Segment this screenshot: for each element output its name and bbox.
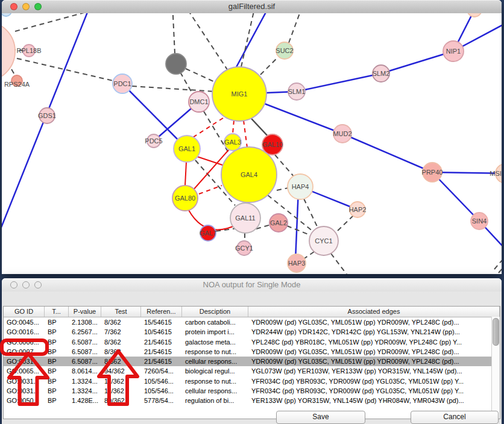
column-header-p-value[interactable]: P-value bbox=[69, 307, 101, 317]
cell-type: BP bbox=[45, 317, 69, 327]
cell-edges: YDR244W (pp) YDR142C, YDR142C (pp) YGL15… bbox=[248, 327, 500, 337]
cell-description: galactose meta... bbox=[182, 337, 248, 347]
cell-test: 80/362 bbox=[101, 396, 141, 405]
cell-p_value: 1.3324... bbox=[69, 376, 101, 386]
graph-node-label: GCY1 bbox=[235, 245, 253, 252]
cell-description: response to nut... bbox=[182, 376, 248, 386]
cell-description: protein import i... bbox=[182, 327, 248, 337]
graph-node-label: PDC1 bbox=[113, 80, 131, 87]
graph-edge-dashed bbox=[172, 13, 175, 54]
graph-edge-dashed bbox=[499, 263, 502, 273]
graph-edge-red_dashed bbox=[193, 118, 223, 137]
column-header-desciption[interactable]: Desciption bbox=[182, 307, 248, 317]
cell-type: BP bbox=[45, 357, 69, 366]
cell-test: 8/362 bbox=[101, 317, 141, 327]
cancel-button[interactable]: Cancel bbox=[411, 411, 499, 424]
table-body: GO:0045...BP2.1308...8/36215/54615carbon… bbox=[4, 317, 500, 406]
table-row[interactable]: GO:0050...BP1.428E...80/3625778/54...reg… bbox=[4, 396, 500, 405]
graph-node-label: RPS24A bbox=[4, 81, 30, 88]
graph-node-node-top-right-peach[interactable] bbox=[467, 13, 482, 17]
noa-window-titlebar[interactable]: NOA output for Single Mode bbox=[2, 278, 502, 292]
cell-p_value: 1.428E... bbox=[69, 396, 101, 405]
graph-edge-blue bbox=[342, 134, 432, 172]
column-header-associated-edges[interactable]: Associated edges bbox=[248, 307, 500, 317]
cell-reference: 105/546... bbox=[141, 386, 182, 396]
cell-test: 8/362 bbox=[101, 357, 141, 366]
graph-edge-dashed bbox=[260, 57, 278, 75]
cell-go_id: GO:0007... bbox=[4, 347, 45, 357]
column-header-referen-[interactable]: Referen... bbox=[141, 307, 182, 317]
cell-edges: YDR009W (pd) YGL035C, YML051W (pp) YDR00… bbox=[248, 317, 500, 327]
cell-description: cellular respons... bbox=[182, 386, 248, 396]
graph-node-label: DMC1 bbox=[189, 98, 208, 105]
cell-test: 8/362 bbox=[101, 347, 141, 357]
graph-edge-dashed bbox=[275, 155, 295, 178]
table-row[interactable]: GO:0006...BP6.5087...8/36221/54615galact… bbox=[4, 337, 500, 347]
graph-edge-blue bbox=[235, 13, 272, 69]
graph-edge-dashed bbox=[336, 216, 353, 232]
cell-go_id: GO:0065... bbox=[4, 366, 45, 376]
graph-window-title: galFiltered.sif bbox=[2, 0, 502, 13]
graph-edge-dashed bbox=[241, 13, 256, 67]
graph-node-label: GDS1 bbox=[38, 112, 56, 119]
graph-edge-dashed bbox=[180, 72, 193, 95]
cell-reference: 5778/54... bbox=[141, 396, 182, 405]
noa-window-body: GO IDT...P-valueTestReferen...Desciption… bbox=[2, 292, 502, 424]
cell-description: cellular respons... bbox=[182, 357, 248, 366]
graph-node-label: GAL10 bbox=[262, 141, 283, 148]
noa-output-window: NOA output for Single Mode GO IDT...P-va… bbox=[2, 278, 502, 424]
cell-type: BP bbox=[45, 366, 69, 376]
cell-test: 11/362 bbox=[101, 376, 141, 386]
graph-node-label: PDC5 bbox=[145, 137, 162, 145]
graph-node-node-gray[interactable] bbox=[166, 54, 186, 74]
cell-reference: 105/546... bbox=[141, 376, 182, 386]
save-button[interactable]: Save bbox=[276, 411, 365, 424]
cell-p_value: 1.3324... bbox=[69, 386, 101, 396]
noa-window-title: NOA output for Single Mode bbox=[2, 278, 502, 292]
graph-window-titlebar[interactable]: galFiltered.sif bbox=[2, 0, 502, 14]
graph-node-label: GAL80 bbox=[175, 195, 195, 202]
table-row[interactable]: GO:0016...BP6.2567...7/36210/54615protei… bbox=[4, 327, 500, 337]
desktop: galFiltered.sif RPL18BRPS24AGDS1PDC1PDC5… bbox=[0, 0, 504, 424]
cell-type: BP bbox=[45, 396, 69, 405]
cell-go_id: GO:0016... bbox=[4, 327, 45, 337]
graph-edge-dashed bbox=[304, 199, 318, 228]
network-canvas[interactable]: RPL18BRPS24AGDS1PDC1PDC5DMC1MIG1SUC2SLM1… bbox=[2, 13, 502, 274]
cell-reference: 7260/54... bbox=[141, 366, 182, 376]
cell-test: 8/362 bbox=[101, 337, 141, 347]
table-header-row: GO IDT...P-valueTestReferen...Desciption… bbox=[4, 307, 500, 317]
cell-description: biological regul... bbox=[182, 366, 248, 376]
graph-node-node-top-left-blue[interactable] bbox=[2, 13, 11, 16]
table-row[interactable]: GO:0031...BP1.3324...11/362105/546...cel… bbox=[4, 386, 500, 396]
cell-edges: YFR034C (pd) YBR093C, YDR009W (pd) YGL03… bbox=[248, 386, 500, 396]
graph-node-label: GAL4 bbox=[241, 171, 257, 178]
cell-edges: YDR009W (pd) YGL035C, YML051W (pp) YDR00… bbox=[248, 357, 500, 366]
column-header-go-id[interactable]: GO ID bbox=[4, 307, 45, 317]
graph-node-label: GAL11 bbox=[235, 214, 255, 222]
results-table: GO IDT...P-valueTestReferen...Desciption… bbox=[3, 306, 500, 419]
cell-p_value: 6.5087... bbox=[69, 347, 101, 357]
graph-edge-dashed bbox=[186, 69, 215, 82]
scrollbar-thumb[interactable] bbox=[493, 318, 499, 346]
column-header-t-[interactable]: T... bbox=[45, 307, 69, 317]
table-row[interactable]: GO:0007...BP6.5087...8/36221/54615respon… bbox=[4, 347, 500, 357]
cell-edges: YGL073W (pd) YER103W, YER133W (pp) YOR31… bbox=[248, 366, 500, 376]
graph-edge-dashed bbox=[184, 13, 228, 70]
table-row[interactable]: GO:0045...BP2.1308...8/36215/54615carbon… bbox=[4, 317, 500, 327]
graph-node-label: HAP2 bbox=[349, 206, 367, 213]
graph-node-label: PRP40 bbox=[422, 169, 443, 176]
graph-edge-red_dashed bbox=[233, 120, 234, 134]
table-row[interactable]: GO:0031...BP6.5087...8/36221/54615cellul… bbox=[4, 357, 500, 366]
cell-description: regulation of bi... bbox=[182, 396, 248, 405]
graph-node-label: SIN4 bbox=[472, 217, 487, 225]
table-row[interactable]: GO:0031...BP1.3324...11/362105/546...res… bbox=[4, 376, 500, 386]
graph-edge-red bbox=[197, 157, 224, 166]
column-header-test[interactable]: Test bbox=[101, 307, 141, 317]
graph-edge-dashed bbox=[304, 252, 314, 258]
cell-edges: YDR009W (pd) YGL035C, YML051W (pp) YDR00… bbox=[248, 347, 500, 357]
cell-type: BP bbox=[45, 347, 69, 357]
table-row[interactable]: GO:0065...BP8.0614...94/3627260/54...bio… bbox=[4, 366, 500, 376]
cell-description: carbon cataboli... bbox=[182, 317, 248, 327]
cell-edges: YER133W (pp) YOR315W, YNL145W (pd) YHR08… bbox=[248, 396, 500, 405]
vertical-scrollbar[interactable] bbox=[491, 317, 500, 419]
